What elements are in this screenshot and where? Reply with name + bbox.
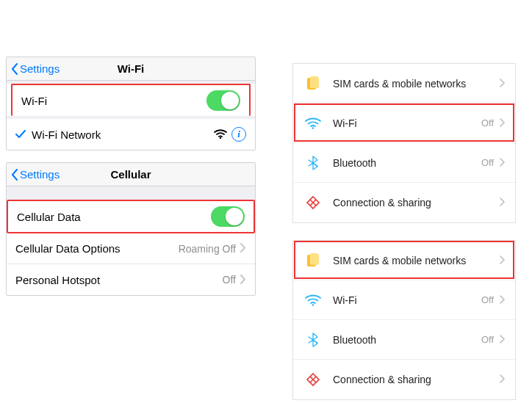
svg-point-0 — [220, 137, 221, 138]
row-label: Connection & sharing — [333, 374, 500, 385]
connection-sharing-icon — [303, 372, 323, 387]
back-button[interactable]: Settings — [11, 168, 60, 181]
chevron-left-icon — [11, 169, 18, 181]
cellular-options-row[interactable]: Cellular Data Options Roaming Off — [7, 233, 255, 264]
row-bluetooth[interactable]: Bluetooth Off — [293, 143, 515, 183]
wifi-icon — [303, 117, 323, 129]
row-label: Bluetooth — [333, 334, 481, 346]
cellular-data-label: Cellular Data — [17, 211, 211, 223]
wifi-network-name: Wi-Fi Network — [32, 128, 214, 141]
wifi-signal-icon — [214, 128, 227, 141]
back-button[interactable]: Settings — [11, 62, 60, 75]
page-title: Wi-Fi — [118, 62, 145, 75]
wifi-network-row[interactable]: Wi-Fi Network i — [7, 119, 255, 150]
chevron-right-icon — [500, 197, 505, 208]
back-label: Settings — [20, 168, 60, 181]
wifi-toggle[interactable] — [206, 90, 240, 111]
wifi-icon — [303, 294, 323, 306]
checkmark-icon — [15, 128, 26, 141]
cellular-data-row[interactable]: Cellular Data — [7, 200, 255, 233]
personal-hotspot-label: Personal Hotspot — [15, 274, 223, 286]
personal-hotspot-value: Off — [223, 274, 236, 286]
row-value: Off — [481, 157, 494, 168]
cellular-options-value: Roaming Off — [179, 243, 236, 255]
row-label: Connection & sharing — [333, 197, 500, 208]
chevron-right-icon — [500, 294, 505, 306]
chevron-left-icon — [11, 63, 18, 75]
bluetooth-icon — [303, 156, 323, 170]
page-title: Cellular — [110, 168, 151, 181]
chevron-right-icon — [500, 78, 505, 90]
chevron-right-icon — [240, 242, 246, 255]
row-connection-sharing[interactable]: Connection & sharing — [293, 183, 515, 222]
row-wifi[interactable]: Wi-Fi Off — [293, 280, 515, 320]
wifi-toggle-row[interactable]: Wi-Fi — [11, 84, 251, 116]
row-label: Wi-Fi — [333, 117, 481, 129]
row-value: Off — [481, 117, 494, 128]
wifi-toggle-group: Wi-Fi — [7, 84, 255, 116]
personal-hotspot-row[interactable]: Personal Hotspot Off — [7, 264, 255, 295]
row-bluetooth[interactable]: Bluetooth Off — [293, 320, 515, 360]
ios-cellular-panel: Settings Cellular Cellular Data Cellular… — [6, 162, 256, 296]
wifi-network-group: Wi-Fi Network i — [7, 119, 255, 150]
svg-point-2 — [312, 304, 314, 306]
chevron-right-icon — [500, 334, 505, 346]
row-label: SIM cards & mobile networks — [333, 78, 500, 90]
row-value: Off — [481, 334, 494, 345]
ios-cellular-header: Settings Cellular — [7, 163, 255, 186]
row-connection-sharing[interactable]: Connection & sharing — [293, 360, 515, 399]
chevron-right-icon — [500, 374, 505, 385]
chevron-right-icon — [500, 255, 505, 266]
row-label: Bluetooth — [333, 157, 481, 169]
android-settings-list-2: SIM cards & mobile networks Wi-Fi Off Bl… — [292, 240, 516, 400]
back-label: Settings — [20, 62, 60, 75]
row-label: SIM cards & mobile networks — [333, 255, 500, 266]
chevron-right-icon — [240, 274, 246, 286]
cellular-data-toggle[interactable] — [211, 206, 245, 227]
wifi-toggle-label: Wi-Fi — [21, 95, 206, 107]
row-sim-cards[interactable]: SIM cards & mobile networks — [293, 241, 515, 280]
info-icon[interactable]: i — [231, 127, 246, 142]
row-sim-cards[interactable]: SIM cards & mobile networks — [293, 64, 515, 104]
bluetooth-icon — [303, 333, 323, 347]
row-value: Off — [481, 294, 494, 305]
chevron-right-icon — [500, 117, 505, 129]
svg-point-1 — [312, 127, 314, 129]
sim-card-icon — [303, 253, 323, 268]
android-settings-list-1: SIM cards & mobile networks Wi-Fi Off Bl… — [292, 63, 516, 223]
cellular-group: Cellular Data Cellular Data Options Roam… — [7, 200, 255, 295]
row-label: Wi-Fi — [333, 294, 481, 306]
cellular-options-label: Cellular Data Options — [15, 242, 179, 255]
sim-card-icon — [303, 76, 323, 91]
ios-wifi-header: Settings Wi-Fi — [7, 57, 255, 81]
row-wifi[interactable]: Wi-Fi Off — [293, 104, 515, 143]
chevron-right-icon — [500, 157, 505, 169]
ios-wifi-panel: Settings Wi-Fi Wi-Fi Wi-Fi Network i — [6, 57, 256, 150]
connection-sharing-icon — [303, 195, 323, 210]
